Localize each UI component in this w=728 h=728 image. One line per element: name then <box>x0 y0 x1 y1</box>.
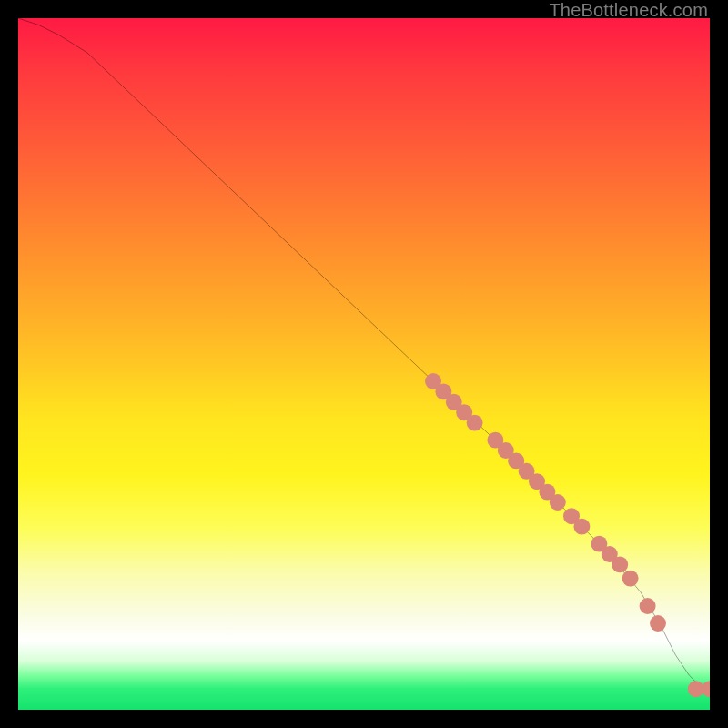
highlight-point <box>550 494 566 511</box>
highlight-point <box>650 615 666 632</box>
highlight-points-group <box>425 373 710 697</box>
chart-stage: TheBottleneck.com <box>0 0 728 728</box>
curve-layer <box>18 18 710 710</box>
highlight-point <box>622 571 639 587</box>
highlight-point <box>612 556 628 572</box>
highlight-point <box>702 681 710 697</box>
highlight-point <box>640 598 656 614</box>
plot-area <box>18 18 710 710</box>
highlight-point <box>573 519 590 535</box>
highlight-point <box>467 415 483 431</box>
bottleneck-curve-path <box>18 18 710 689</box>
